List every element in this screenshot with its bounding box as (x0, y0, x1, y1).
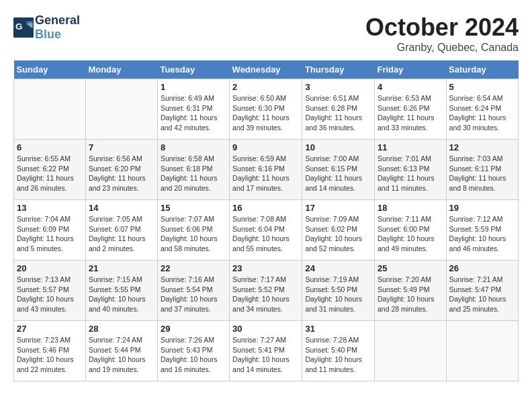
calendar-cell: 29Sunrise: 7:26 AMSunset: 5:43 PMDayligh… (157, 321, 229, 381)
calendar-cell: 14Sunrise: 7:05 AMSunset: 6:07 PMDayligh… (85, 200, 157, 261)
day-detail: Sunrise: 7:03 AMSunset: 6:11 PMDaylight:… (449, 154, 515, 193)
calendar-cell: 13Sunrise: 7:04 AMSunset: 6:09 PMDayligh… (14, 200, 86, 261)
day-detail: Sunrise: 7:13 AMSunset: 5:57 PMDaylight:… (17, 275, 83, 314)
day-number: 7 (89, 142, 154, 152)
day-detail: Sunrise: 7:11 AMSunset: 6:00 PMDaylight:… (378, 214, 443, 254)
day-detail: Sunrise: 7:20 AMSunset: 5:49 PMDaylight:… (378, 275, 443, 314)
day-detail: Sunrise: 7:15 AMSunset: 5:55 PMDaylight:… (89, 275, 154, 314)
day-number: 2 (232, 82, 299, 92)
weekday-header-sunday: Sunday (14, 60, 86, 79)
day-number: 1 (161, 82, 226, 92)
weekday-header-wednesday: Wednesday (230, 60, 302, 79)
weekday-header-thursday: Thursday (302, 60, 375, 79)
calendar-cell: 5Sunrise: 6:54 AMSunset: 6:24 PMDaylight… (446, 79, 518, 140)
calendar-cell (374, 321, 446, 381)
calendar-cell: 7Sunrise: 6:56 AMSunset: 6:20 PMDaylight… (85, 140, 157, 200)
day-detail: Sunrise: 7:12 AMSunset: 5:59 PMDaylight:… (449, 214, 515, 254)
day-number: 22 (161, 263, 226, 273)
day-detail: Sunrise: 6:58 AMSunset: 6:18 PMDaylight:… (161, 154, 226, 193)
day-detail: Sunrise: 7:26 AMSunset: 5:43 PMDaylight:… (161, 335, 226, 375)
day-number: 8 (161, 142, 226, 152)
calendar-cell: 3Sunrise: 6:51 AMSunset: 6:28 PMDaylight… (302, 79, 375, 140)
calendar-cell: 1Sunrise: 6:49 AMSunset: 6:31 PMDaylight… (157, 79, 229, 140)
day-number: 10 (305, 142, 371, 152)
day-detail: Sunrise: 6:54 AMSunset: 6:24 PMDaylight:… (449, 93, 515, 133)
calendar-header-row: SundayMondayTuesdayWednesdayThursdayFrid… (14, 60, 519, 79)
day-number: 19 (449, 203, 515, 213)
day-number: 4 (378, 82, 443, 92)
day-detail: Sunrise: 7:07 AMSunset: 6:06 PMDaylight:… (161, 214, 226, 254)
calendar-cell: 21Sunrise: 7:15 AMSunset: 5:55 PMDayligh… (85, 261, 157, 321)
day-number: 14 (89, 203, 154, 213)
day-detail: Sunrise: 6:56 AMSunset: 6:20 PMDaylight:… (89, 154, 154, 193)
title-block: October 2024 Granby, Quebec, Canada (365, 13, 519, 54)
day-number: 13 (17, 203, 83, 213)
calendar-cell: 17Sunrise: 7:09 AMSunset: 6:02 PMDayligh… (302, 200, 375, 261)
day-number: 27 (17, 324, 83, 334)
svg-text:G: G (15, 21, 23, 32)
calendar-table: SundayMondayTuesdayWednesdayThursdayFrid… (13, 60, 519, 381)
calendar-cell: 27Sunrise: 7:23 AMSunset: 5:46 PMDayligh… (14, 321, 86, 381)
day-detail: Sunrise: 7:16 AMSunset: 5:54 PMDaylight:… (161, 275, 226, 314)
day-number: 30 (232, 324, 299, 334)
calendar-cell: 26Sunrise: 7:21 AMSunset: 5:47 PMDayligh… (446, 261, 518, 321)
day-detail: Sunrise: 7:23 AMSunset: 5:46 PMDaylight:… (17, 335, 83, 375)
day-number: 31 (305, 324, 371, 334)
calendar-cell: 30Sunrise: 7:27 AMSunset: 5:41 PMDayligh… (230, 321, 302, 381)
location: Granby, Quebec, Canada (365, 42, 519, 54)
calendar-cell (14, 79, 86, 140)
day-detail: Sunrise: 7:27 AMSunset: 5:41 PMDaylight:… (232, 335, 299, 375)
calendar-cell: 28Sunrise: 7:24 AMSunset: 5:44 PMDayligh… (85, 321, 157, 381)
day-number: 20 (17, 263, 83, 273)
calendar-week-3: 13Sunrise: 7:04 AMSunset: 6:09 PMDayligh… (14, 200, 519, 261)
day-detail: Sunrise: 6:55 AMSunset: 6:22 PMDaylight:… (17, 154, 83, 193)
day-number: 17 (305, 203, 371, 213)
day-detail: Sunrise: 7:01 AMSunset: 6:13 PMDaylight:… (378, 154, 443, 193)
calendar-cell: 9Sunrise: 6:59 AMSunset: 6:16 PMDaylight… (230, 140, 302, 200)
weekday-header-monday: Monday (85, 60, 157, 79)
day-detail: Sunrise: 6:53 AMSunset: 6:26 PMDaylight:… (378, 93, 443, 133)
calendar-cell: 12Sunrise: 7:03 AMSunset: 6:11 PMDayligh… (446, 140, 518, 200)
calendar-cell: 2Sunrise: 6:50 AMSunset: 6:30 PMDaylight… (230, 79, 302, 140)
day-number: 23 (232, 263, 299, 273)
calendar-cell: 23Sunrise: 7:17 AMSunset: 5:52 PMDayligh… (230, 261, 302, 321)
logo-text-blue: Blue (35, 28, 80, 42)
day-detail: Sunrise: 6:51 AMSunset: 6:28 PMDaylight:… (305, 93, 371, 133)
logo-icon: G (13, 17, 34, 38)
calendar-cell: 19Sunrise: 7:12 AMSunset: 5:59 PMDayligh… (446, 200, 518, 261)
day-detail: Sunrise: 7:00 AMSunset: 6:15 PMDaylight:… (305, 154, 371, 193)
day-detail: Sunrise: 6:50 AMSunset: 6:30 PMDaylight:… (232, 93, 299, 133)
day-detail: Sunrise: 6:59 AMSunset: 6:16 PMDaylight:… (232, 154, 299, 193)
logo: G General Blue (13, 13, 80, 42)
day-number: 3 (305, 82, 371, 92)
calendar-cell: 6Sunrise: 6:55 AMSunset: 6:22 PMDaylight… (14, 140, 86, 200)
day-detail: Sunrise: 6:49 AMSunset: 6:31 PMDaylight:… (161, 93, 226, 133)
day-number: 26 (449, 263, 515, 273)
day-detail: Sunrise: 7:21 AMSunset: 5:47 PMDaylight:… (449, 275, 515, 314)
day-number: 15 (161, 203, 226, 213)
logo-text-general: General (35, 13, 80, 28)
calendar-cell: 8Sunrise: 6:58 AMSunset: 6:18 PMDaylight… (157, 140, 229, 200)
month-title: October 2024 (365, 13, 519, 42)
day-detail: Sunrise: 7:09 AMSunset: 6:02 PMDaylight:… (305, 214, 371, 254)
weekday-header-saturday: Saturday (446, 60, 518, 79)
day-detail: Sunrise: 7:17 AMSunset: 5:52 PMDaylight:… (232, 275, 299, 314)
calendar-cell: 4Sunrise: 6:53 AMSunset: 6:26 PMDaylight… (374, 79, 446, 140)
calendar-cell: 15Sunrise: 7:07 AMSunset: 6:06 PMDayligh… (157, 200, 229, 261)
day-detail: Sunrise: 7:08 AMSunset: 6:04 PMDaylight:… (232, 214, 299, 254)
calendar-cell: 10Sunrise: 7:00 AMSunset: 6:15 PMDayligh… (302, 140, 375, 200)
calendar-cell: 22Sunrise: 7:16 AMSunset: 5:54 PMDayligh… (157, 261, 229, 321)
day-number: 9 (232, 142, 299, 152)
weekday-header-friday: Friday (374, 60, 446, 79)
day-number: 12 (449, 142, 515, 152)
day-number: 24 (305, 263, 371, 273)
day-number: 28 (89, 324, 154, 334)
day-number: 21 (89, 263, 154, 273)
calendar-cell: 11Sunrise: 7:01 AMSunset: 6:13 PMDayligh… (374, 140, 446, 200)
page-header: G General Blue October 2024 Granby, Queb… (13, 13, 519, 54)
calendar-cell: 20Sunrise: 7:13 AMSunset: 5:57 PMDayligh… (14, 261, 86, 321)
day-detail: Sunrise: 7:19 AMSunset: 5:50 PMDaylight:… (305, 275, 371, 314)
calendar-week-5: 27Sunrise: 7:23 AMSunset: 5:46 PMDayligh… (14, 321, 519, 381)
calendar-cell: 31Sunrise: 7:28 AMSunset: 5:40 PMDayligh… (302, 321, 375, 381)
calendar-week-1: 1Sunrise: 6:49 AMSunset: 6:31 PMDaylight… (14, 79, 519, 140)
